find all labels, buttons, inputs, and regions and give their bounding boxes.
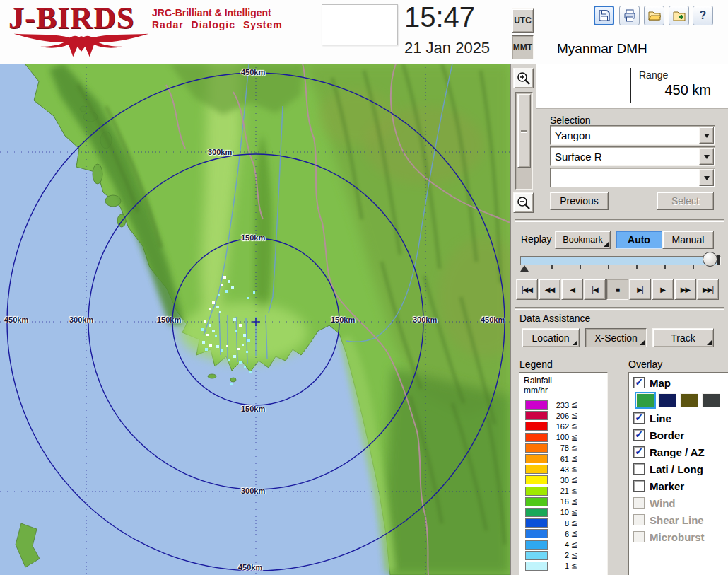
overlay-checkbox[interactable]: ✓ bbox=[633, 377, 645, 388]
utc-button[interactable]: UTC bbox=[512, 8, 534, 33]
overlay-item-label: Marker bbox=[650, 480, 684, 492]
overlay-item[interactable]: ✓ Marker bbox=[633, 480, 728, 492]
transport-button[interactable]: ◀ bbox=[561, 279, 583, 300]
jbirds-app: J-BIRDS JRC-Brilliant & Intelligent Rada… bbox=[0, 0, 728, 575]
previous-button[interactable]: Previous bbox=[550, 192, 609, 210]
legend-le-symbol: ≦ bbox=[571, 465, 577, 474]
legend-le-symbol: ≦ bbox=[571, 475, 577, 484]
export-icon bbox=[672, 8, 686, 23]
auto-button[interactable]: Auto bbox=[616, 231, 662, 249]
zoom-slider-track[interactable] bbox=[515, 92, 533, 190]
chevron-down-icon[interactable] bbox=[699, 148, 714, 165]
open-folder-button[interactable] bbox=[644, 6, 664, 25]
legend-color-swatch bbox=[525, 465, 548, 474]
bookmark-button[interactable]: Bookmark bbox=[555, 231, 611, 249]
overlay-checkbox[interactable]: ✓ bbox=[633, 412, 645, 424]
range-label: Range bbox=[639, 69, 668, 81]
transport-button[interactable]: ■ bbox=[606, 279, 628, 300]
overlay-checkbox[interactable]: ✓ bbox=[633, 446, 645, 458]
overlay-item-map[interactable]: ✓ Map bbox=[633, 376, 728, 389]
overlay-item-label: Line bbox=[650, 412, 671, 424]
legend-color-swatch bbox=[525, 400, 548, 410]
chevron-down-icon[interactable] bbox=[699, 169, 714, 186]
overlay-checkbox[interactable]: ✓ bbox=[633, 463, 645, 475]
overlay-checkbox[interactable]: ✓ bbox=[633, 480, 645, 492]
save-icon bbox=[597, 8, 611, 23]
help-button[interactable]: ? bbox=[693, 6, 713, 25]
legend-color-swatch bbox=[525, 454, 548, 463]
legend-box: Rainfall mm/hr 233 ≦ 206 ≦ bbox=[519, 372, 608, 575]
timeline-tick bbox=[664, 265, 666, 269]
data-assistance-button[interactable]: Track bbox=[652, 328, 714, 347]
legend-rows: 233 ≦ 206 ≦ 162 ≦ bbox=[525, 400, 607, 571]
timeline-track[interactable] bbox=[520, 256, 721, 265]
radar-map[interactable]: 450km 300km 150km 150km 300km 450km 450k… bbox=[0, 64, 510, 575]
export-button[interactable] bbox=[669, 6, 689, 25]
legend-value: 6 bbox=[551, 530, 569, 538]
data-assistance-button[interactable]: X-Section bbox=[585, 328, 647, 347]
overlay-item[interactable]: ✓ Line bbox=[633, 412, 728, 424]
overlay-item[interactable]: ✓ Wind bbox=[633, 496, 728, 509]
overlay-checkbox[interactable]: ✓ bbox=[633, 531, 645, 542]
transport-button[interactable]: ▶ bbox=[652, 279, 674, 300]
map-style-swatch[interactable] bbox=[680, 393, 698, 407]
logo-tagline-1: JRC-Brilliant & Intelligent bbox=[152, 7, 271, 18]
transport-button[interactable]: ▶▶ bbox=[674, 279, 696, 300]
timeline-tick bbox=[580, 265, 581, 269]
timeline-tick bbox=[551, 265, 553, 269]
header: J-BIRDS JRC-Brilliant & Intelligent Rada… bbox=[0, 0, 728, 64]
save-button[interactable] bbox=[594, 6, 614, 25]
station-name: Myanmar DMH bbox=[557, 41, 647, 57]
legend-value: 100 bbox=[551, 433, 569, 441]
timeline-tick bbox=[693, 265, 694, 269]
map-style-swatches bbox=[636, 393, 728, 407]
map-style-swatch[interactable] bbox=[702, 393, 720, 407]
timeline-tick bbox=[608, 265, 609, 269]
zoom-slider-thumb[interactable] bbox=[517, 94, 531, 168]
legend-unit-line1: Rainfall bbox=[524, 376, 607, 385]
legend-color-swatch bbox=[525, 411, 548, 420]
data-assistance-button[interactable]: Location bbox=[522, 328, 580, 347]
overlay-checkbox[interactable]: ✓ bbox=[633, 514, 645, 525]
select-button[interactable]: Select bbox=[657, 192, 714, 210]
overlay-item[interactable]: ✓ Range / AZ bbox=[633, 446, 728, 458]
timeline-start-marker bbox=[520, 265, 529, 272]
transport-button[interactable]: |◀ bbox=[584, 279, 606, 300]
overlay-item[interactable]: ✓ Shear Line bbox=[633, 513, 728, 526]
extra-select[interactable] bbox=[550, 168, 715, 187]
map-style-swatch[interactable] bbox=[658, 393, 676, 407]
legend-le-symbol: ≦ bbox=[571, 443, 577, 453]
overlay-item[interactable]: ✓ Microburst bbox=[633, 530, 728, 543]
manual-button[interactable]: Manual bbox=[662, 231, 714, 249]
timeline-thumb[interactable] bbox=[703, 252, 717, 267]
overlay-checkbox[interactable]: ✓ bbox=[633, 429, 645, 441]
legend-value: 1 bbox=[551, 562, 569, 570]
overlay-box: ✓ Map ✓ Line bbox=[628, 372, 728, 575]
overlay-item-label: Border bbox=[650, 429, 684, 441]
legend-color-swatch bbox=[525, 443, 548, 453]
zoom-in-button[interactable] bbox=[513, 68, 534, 88]
chevron-down-icon[interactable] bbox=[699, 127, 714, 144]
legend-color-swatch bbox=[525, 508, 548, 517]
legend-value: 2 bbox=[551, 551, 569, 559]
legend-value: 8 bbox=[551, 519, 569, 528]
legend-le-symbol: ≦ bbox=[571, 551, 577, 560]
transport-button[interactable]: |◀◀ bbox=[516, 279, 538, 300]
transport-button[interactable]: ◀◀ bbox=[539, 279, 560, 300]
print-button[interactable] bbox=[619, 6, 640, 25]
legend-color-swatch bbox=[525, 497, 548, 506]
transport-button[interactable]: ▶▶| bbox=[697, 279, 719, 300]
overlay-item-label: Lati / Long bbox=[650, 463, 703, 475]
overlay-item[interactable]: ✓ Border bbox=[633, 429, 728, 441]
overlay-checkbox[interactable]: ✓ bbox=[633, 497, 645, 509]
clock-time: 15:47 bbox=[404, 1, 475, 33]
legend-le-symbol: ≦ bbox=[571, 540, 577, 550]
overlay-item[interactable]: ✓ Lati / Long bbox=[633, 463, 728, 475]
transport-button[interactable]: ▶| bbox=[629, 279, 651, 300]
product-select[interactable]: Surface R bbox=[550, 146, 715, 166]
zoom-out-button[interactable] bbox=[513, 192, 534, 213]
mmt-button[interactable]: MMT bbox=[512, 35, 534, 59]
site-select[interactable]: Yangon bbox=[550, 125, 715, 145]
map-style-swatch[interactable] bbox=[636, 393, 654, 407]
legend-row: 21 ≦ bbox=[525, 486, 607, 496]
